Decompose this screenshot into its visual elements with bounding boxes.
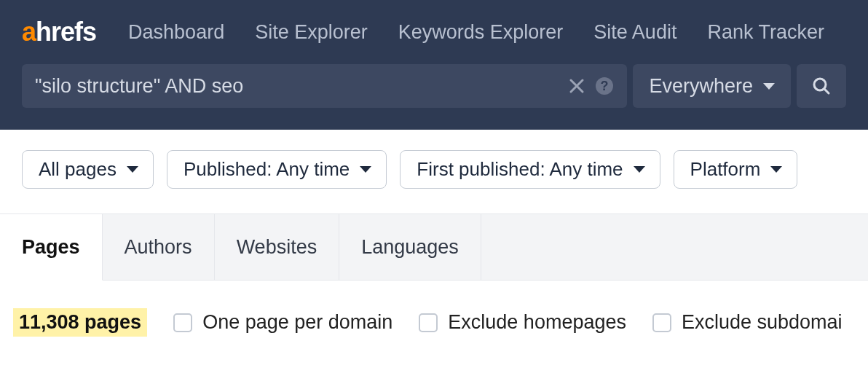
option-exclude-homepages[interactable]: Exclude homepages [419,311,626,334]
nav-site-explorer[interactable]: Site Explorer [255,21,368,44]
svg-line-5 [824,89,829,93]
nav-site-audit[interactable]: Site Audit [593,21,676,44]
help-icon[interactable]: ? [595,77,614,95]
tab-authors[interactable]: Authors [103,214,215,280]
filter-label: First published: Any time [417,158,623,181]
chevron-down-icon [127,166,138,173]
filter-label: Platform [690,158,761,181]
tab-label: Languages [361,236,459,259]
chevron-down-icon [770,166,782,173]
checkbox-icon[interactable] [419,313,438,332]
tabs-row: Pages Authors Websites Languages [0,213,868,281]
tab-websites[interactable]: Websites [215,214,340,280]
brand-logo[interactable]: ahrefs [22,17,96,47]
svg-text:?: ? [601,79,609,93]
search-button[interactable] [797,64,846,108]
results-row: 11,308 pages One page per domain Exclude… [0,281,868,337]
option-one-page-per-domain[interactable]: One page per domain [173,311,392,334]
search-icon [812,77,831,95]
filter-published[interactable]: Published: Any time [167,150,387,189]
logo-rest: hrefs [36,17,96,47]
nav-keywords-explorer[interactable]: Keywords Explorer [398,21,564,44]
filter-label: Published: Any time [184,158,350,181]
tab-label: Pages [22,236,80,259]
option-exclude-subdomains[interactable]: Exclude subdomai [652,311,843,334]
option-label: One page per domain [202,311,392,334]
tab-label: Authors [125,236,192,259]
nav-links: Dashboard Site Explorer Keywords Explore… [128,21,824,44]
filter-all-pages[interactable]: All pages [22,150,154,189]
tab-label: Websites [237,236,317,259]
filter-platform[interactable]: Platform [674,150,798,189]
search-input[interactable] [35,75,569,98]
checkbox-icon[interactable] [652,313,671,332]
chevron-down-icon [360,166,371,173]
logo-prefix: a [22,17,36,47]
tab-languages[interactable]: Languages [339,214,481,280]
filters-row: All pages Published: Any time First publ… [0,130,868,213]
search-bar: ? Everywhere [22,64,846,130]
option-label: Exclude subdomai [682,311,843,334]
filter-label: All pages [39,158,117,181]
results-count-badge: 11,308 pages [13,308,147,337]
chevron-down-icon [763,83,775,90]
header: ahrefs Dashboard Site Explorer Keywords … [0,0,868,130]
scope-label: Everywhere [649,75,753,98]
nav-rank-tracker[interactable]: Rank Tracker [707,21,824,44]
top-nav: ahrefs Dashboard Site Explorer Keywords … [22,0,846,64]
nav-dashboard[interactable]: Dashboard [128,21,224,44]
option-label: Exclude homepages [448,311,626,334]
scope-select[interactable]: Everywhere [633,64,791,108]
chevron-down-icon [634,166,645,173]
tab-pages[interactable]: Pages [0,214,103,281]
filter-first-published[interactable]: First published: Any time [400,150,660,189]
checkbox-icon[interactable] [173,313,192,332]
close-icon[interactable] [569,78,585,94]
search-input-wrap: ? [22,64,627,108]
